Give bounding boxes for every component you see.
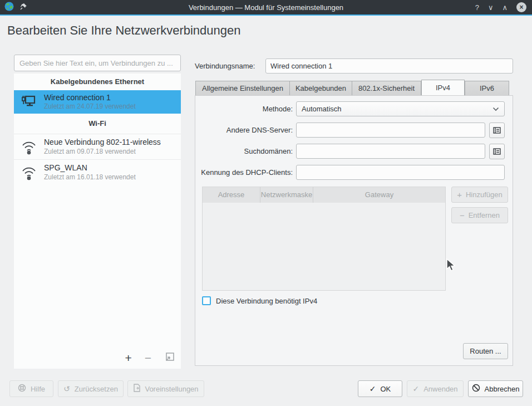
apply-button[interactable]: ✓ Anwenden — [407, 380, 464, 397]
cancel-label: Abbrechen — [485, 385, 520, 393]
requires-ipv4-checkbox[interactable] — [202, 296, 211, 305]
tab-ipv6[interactable]: IPv6 — [465, 81, 509, 96]
search-input[interactable] — [14, 55, 181, 71]
add-address-button[interactable]: + Hinzufügen — [451, 187, 508, 203]
connection-item-wifi-1[interactable]: Neue Verbindung 802-11-wireless Zuletzt … — [14, 134, 181, 159]
connection-name-row: Verbindungsname: — [195, 58, 513, 74]
search-domains-input[interactable] — [296, 144, 485, 159]
requires-ipv4-row[interactable]: Diese Verbindung benötigt IPv4 — [202, 296, 317, 305]
wired-network-icon — [19, 95, 38, 109]
apply-label: Anwenden — [423, 385, 457, 393]
plus-icon: + — [457, 190, 462, 199]
check-icon: ✓ — [370, 385, 376, 393]
reset-button[interactable]: ↺ Zurücksetzen — [58, 380, 124, 397]
settings-tabbar: Allgemeine Einstellungen Kabelgebunden 8… — [195, 80, 509, 96]
defaults-button[interactable]: Voreinstellungen — [127, 380, 204, 397]
ipv4-tab-panel: Methode: Automatisch Andere DNS-Server: … — [195, 95, 513, 366]
add-address-label: Hinzufügen — [466, 190, 503, 199]
column-header-gateway: Gateway — [313, 187, 445, 203]
window-title: Verbindungen — Modul für Systemeinstellu… — [0, 3, 532, 12]
connection-item-wired[interactable]: Wired connection 1 Zuletzt am 24.07.19 v… — [14, 90, 181, 114]
remove-address-label: Entfernen — [469, 211, 500, 219]
dns-input[interactable] — [296, 123, 485, 138]
column-header-netmask: Netzwerkmaske — [260, 187, 313, 203]
help-titlebar-button[interactable]: ? — [475, 4, 479, 11]
cancel-button[interactable]: Abbrechen — [468, 380, 523, 397]
section-header-wifi: Wi-Fi — [14, 114, 181, 134]
addresses-table-header: Adresse Netzwerkmaske Gateway — [203, 187, 445, 203]
method-label: Methode: — [195, 105, 296, 113]
export-connection-icon[interactable] — [164, 351, 175, 364]
search-domains-list-edit-button[interactable] — [489, 144, 505, 159]
pin-icon[interactable] — [19, 3, 27, 12]
undo-icon: ↺ — [63, 385, 70, 393]
connection-name: Wired connection 1 — [44, 93, 136, 103]
minimize-button[interactable]: ∨ — [488, 4, 494, 11]
connection-name-input[interactable] — [265, 58, 513, 74]
maximize-button[interactable]: ∧ — [502, 4, 508, 11]
routes-button[interactable]: Routen ... — [463, 343, 508, 359]
close-button[interactable]: × — [516, 2, 526, 12]
tab-ipv4[interactable]: IPv4 — [421, 80, 465, 96]
dns-label: Andere DNS-Server: — [195, 126, 296, 134]
connection-list: Kabelgebundenes Ethernet Wired connectio… — [14, 74, 181, 369]
chevron-down-icon — [492, 105, 499, 113]
tab-general[interactable]: Allgemeine Einstellungen — [195, 81, 290, 96]
remove-address-button[interactable]: − Entfernen — [451, 207, 508, 223]
check-icon: ✓ — [412, 385, 419, 393]
list-toolbar: + − — [125, 351, 175, 364]
cancel-circle-icon — [472, 384, 480, 394]
routes-label: Routen ... — [470, 347, 501, 355]
method-select[interactable]: Automatisch — [296, 101, 505, 116]
wifi-icon — [19, 139, 38, 155]
tab-8021x-security[interactable]: 802.1x-Sicherheit — [352, 81, 421, 96]
connection-name: SPG_WLAN — [44, 163, 136, 173]
remove-connection-button[interactable]: − — [145, 353, 151, 364]
minus-icon: − — [460, 211, 465, 220]
requires-ipv4-label: Diese Verbindung benötigt IPv4 — [216, 297, 317, 305]
connection-name-label: Verbindungsname: — [195, 62, 265, 70]
addresses-table[interactable]: Adresse Netzwerkmaske Gateway — [202, 187, 446, 291]
dhcp-client-label: Kennung des DHCP-Clients: — [195, 168, 296, 177]
app-globe-icon — [4, 2, 14, 13]
document-defaults-icon — [133, 384, 140, 394]
dns-list-edit-button[interactable] — [489, 123, 505, 138]
reset-label: Zurücksetzen — [75, 385, 118, 393]
page-title: Bearbeiten Sie Ihre Netzwerkverbindungen — [7, 23, 240, 38]
wifi-icon — [19, 165, 38, 180]
tab-wired[interactable]: Kabelgebunden — [290, 81, 352, 96]
connection-item-wifi-2[interactable]: SPG_WLAN Zuletzt am 16.01.18 verwendet — [14, 159, 181, 185]
connection-last-used: Zuletzt am 16.01.18 verwendet — [44, 173, 136, 182]
add-connection-button[interactable]: + — [125, 353, 131, 364]
help-label: Hilfe — [31, 385, 45, 393]
connection-last-used: Zuletzt am 24.07.19 verwendet — [44, 102, 136, 111]
ok-label: OK — [380, 385, 391, 393]
section-header-ethernet: Kabelgebundenes Ethernet — [14, 74, 181, 90]
connection-search[interactable] — [14, 55, 181, 71]
help-button[interactable]: Hilfe — [9, 380, 53, 397]
help-lifebuoy-icon — [18, 384, 26, 394]
column-header-address: Adresse — [203, 187, 260, 203]
ok-button[interactable]: ✓ OK — [358, 380, 402, 397]
connection-last-used: Zuletzt am 09.07.18 verwendet — [44, 148, 161, 156]
method-value: Automatisch — [302, 105, 342, 113]
search-domains-label: Suchdomänen: — [195, 147, 296, 155]
connection-name: Neue Verbindung 802-11-wireless — [44, 138, 161, 148]
dhcp-client-input[interactable] — [296, 165, 505, 180]
titlebar: Verbindungen — Modul für Systemeinstellu… — [0, 0, 532, 16]
defaults-label: Voreinstellungen — [145, 385, 198, 393]
